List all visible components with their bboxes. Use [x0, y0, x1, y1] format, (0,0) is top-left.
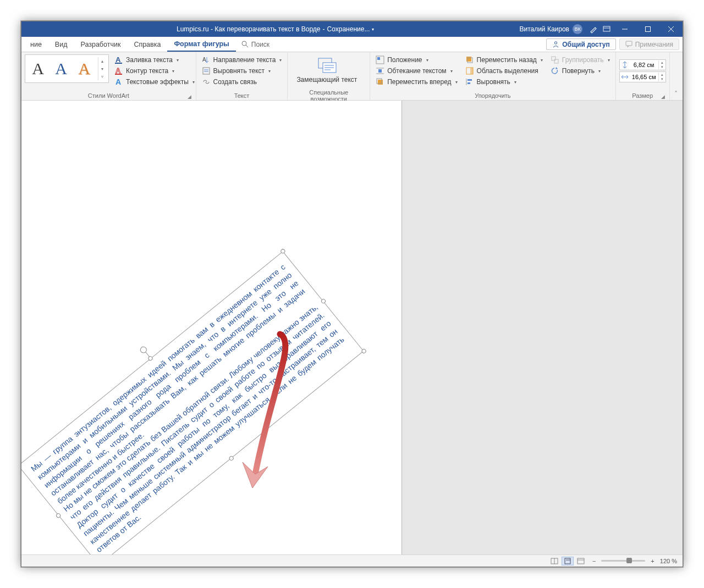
send-backward-button[interactable]: Переместить назад▾ — [463, 54, 545, 65]
minimize-button[interactable] — [613, 21, 636, 37]
text-box-content[interactable]: Мы — группа энтузиастов, одержимых идеей… — [21, 251, 364, 554]
zoom-slider[interactable] — [601, 560, 645, 562]
page[interactable]: Мы — группа энтузиастов, одержимых идеей… — [21, 101, 402, 554]
wrap-text-button[interactable]: Обтекание текстом▾ — [373, 65, 459, 76]
text-direction-button[interactable]: A Направление текста▾ — [200, 54, 284, 65]
tab-view[interactable]: Вид — [48, 37, 74, 52]
group-label-size: Размер — [632, 92, 653, 99]
save-status: Сохранение... — [327, 25, 370, 33]
comment-icon — [625, 41, 632, 48]
drawing-mode-icon[interactable] — [589, 25, 598, 34]
text-fill-icon: A — [114, 56, 123, 64]
selection-pane-button[interactable]: Область выделения — [463, 65, 545, 76]
svg-point-6 — [242, 41, 246, 46]
zoom-out-button[interactable]: − — [592, 558, 596, 564]
svg-rect-37 — [468, 82, 470, 84]
alt-text-button[interactable]: Замещающий текст — [294, 75, 359, 85]
height-input[interactable]: ▴▾ — [619, 59, 666, 70]
read-mode-button[interactable] — [548, 557, 560, 565]
text-fill-button[interactable]: A Заливка текста▾ — [112, 54, 197, 65]
width-icon — [620, 73, 630, 81]
selection-icon — [465, 66, 474, 75]
zoom-level[interactable]: 120 % — [660, 558, 677, 564]
height-icon — [620, 61, 630, 69]
page-margin-area — [402, 101, 683, 554]
user-name: Виталий Каиров — [516, 25, 573, 33]
svg-rect-34 — [470, 68, 473, 74]
wordart-gallery[interactable]: A A A ▴▾▿ — [25, 54, 109, 83]
wrap-icon — [376, 66, 384, 75]
document-area: Мы — группа энтузиастов, одержимых идеей… — [21, 101, 683, 554]
text-effects-icon: A — [114, 77, 123, 86]
alt-text-icon — [317, 56, 337, 75]
group-button: Группировать▾ — [548, 54, 612, 65]
web-layout-button[interactable] — [575, 557, 587, 565]
svg-rect-9 — [626, 41, 632, 46]
close-button[interactable] — [659, 21, 683, 37]
text-effects-button[interactable]: A Текстовые эффекты▾ — [112, 76, 197, 87]
align-text-button[interactable]: Выровнять текст▾ — [200, 65, 284, 76]
create-link-button[interactable]: Создать связь — [200, 76, 284, 87]
align-text-icon — [202, 66, 211, 75]
search-icon — [241, 41, 249, 48]
dialog-launcher-icon[interactable]: ◢ — [661, 94, 665, 99]
ribbon-tabs: ние Вид Разработчик Справка Формат фигур… — [21, 37, 683, 52]
share-button[interactable]: Общий доступ — [546, 38, 616, 50]
document-title: Lumpics.ru - Как переворачивать текст в … — [177, 25, 321, 33]
svg-rect-3 — [646, 27, 651, 32]
text-direction-icon: A — [202, 56, 211, 64]
align-obj-icon — [465, 77, 474, 86]
position-button[interactable]: Положение▾ — [373, 54, 459, 65]
status-bar: − + 120 % — [21, 554, 683, 567]
svg-rect-31 — [466, 57, 471, 62]
svg-rect-25 — [377, 57, 380, 60]
width-input[interactable]: ▴▾ — [619, 71, 666, 82]
tab-developer[interactable]: Разработчик — [74, 37, 127, 52]
maximize-button[interactable] — [636, 21, 659, 37]
wordart-style-2[interactable]: A — [51, 57, 72, 81]
svg-rect-13 — [115, 74, 122, 75]
text-outline-button[interactable]: A Контур текста▾ — [112, 65, 197, 76]
svg-line-7 — [246, 45, 248, 47]
svg-rect-39 — [554, 59, 558, 63]
svg-rect-29 — [378, 80, 383, 85]
svg-rect-36 — [468, 79, 472, 81]
svg-point-8 — [554, 42, 557, 44]
wordart-style-3[interactable]: A — [74, 57, 95, 81]
align-objects-button[interactable]: Выровнять▾ — [463, 76, 545, 87]
ribbon-display-icon[interactable] — [602, 25, 611, 34]
text-box[interactable]: Мы — группа энтузиастов, одержимых идеей… — [21, 251, 364, 554]
rotate-button[interactable]: Повернуть▾ — [548, 65, 612, 76]
group-icon — [551, 56, 559, 64]
svg-rect-38 — [552, 57, 556, 60]
rotate-icon — [551, 66, 559, 75]
user-avatar[interactable]: ВК — [573, 24, 582, 34]
share-icon — [552, 41, 559, 48]
backward-icon — [465, 56, 474, 64]
svg-rect-11 — [115, 63, 122, 64]
wordart-style-1[interactable]: A — [28, 57, 48, 81]
svg-rect-16 — [203, 68, 210, 74]
title-bar: Lumpics.ru - Как переворачивать текст в … — [21, 21, 683, 37]
text-outline-icon: A — [114, 66, 123, 75]
group-label-wordart: Стили WordArt — [88, 92, 129, 99]
print-layout-button[interactable] — [562, 557, 574, 565]
search-button[interactable]: Поиск — [236, 37, 275, 52]
zoom-in-button[interactable]: + — [651, 558, 654, 564]
link-icon — [202, 77, 211, 86]
svg-rect-26 — [378, 69, 382, 73]
collapse-ribbon-button[interactable]: ˄ — [670, 52, 683, 100]
comments-button[interactable]: Примечания — [619, 38, 679, 50]
svg-text:A: A — [116, 56, 121, 64]
tab-shape-format[interactable]: Формат фигуры — [167, 37, 235, 52]
group-label-arrange: Упорядочить — [475, 92, 510, 99]
forward-icon — [376, 77, 384, 86]
tab-partial[interactable]: ние — [24, 37, 48, 52]
position-icon — [376, 56, 384, 64]
dialog-launcher-icon[interactable]: ◢ — [188, 94, 191, 99]
tab-help[interactable]: Справка — [127, 37, 167, 52]
svg-rect-42 — [565, 558, 570, 564]
bring-forward-button[interactable]: Переместить вперед▾ — [373, 76, 459, 87]
svg-text:A: A — [116, 66, 121, 75]
svg-rect-44 — [578, 558, 584, 564]
